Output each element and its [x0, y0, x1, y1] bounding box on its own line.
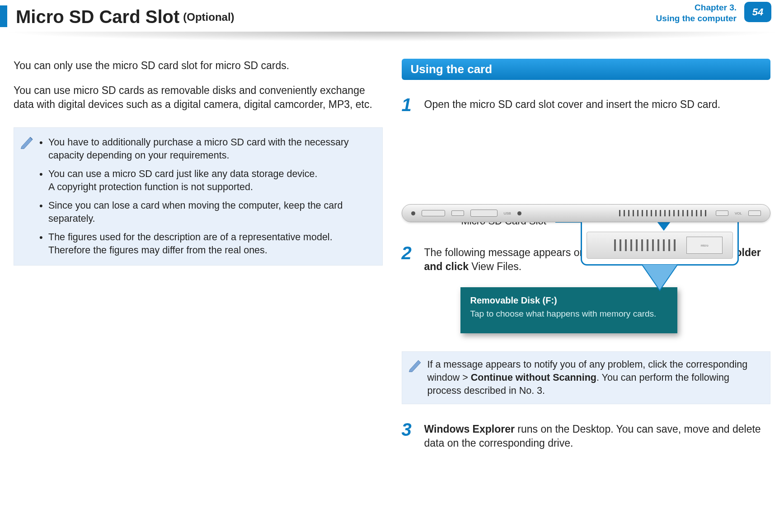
toast-subtitle: Tap to choose what happens with memory c…	[470, 308, 667, 320]
step-3: 3 Windows Explorer runs on the Desktop. …	[402, 420, 771, 450]
callout-pointer-icon	[642, 264, 678, 291]
port-icon	[470, 210, 498, 217]
step-text: Open the micro SD card slot cover and in…	[424, 96, 771, 114]
step-number: 2	[402, 244, 417, 274]
sd-slot-graphic: micro	[686, 237, 723, 254]
note-list: You have to additionally purchase a micr…	[39, 136, 373, 257]
step-number: 3	[402, 420, 417, 450]
note-box-2: If a message appears to notify you of an…	[402, 351, 771, 404]
vent-slots	[614, 239, 677, 251]
note-box: You have to additionally purchase a micr…	[14, 127, 383, 266]
note-item: The figures used for the description are…	[39, 231, 373, 257]
page-header: Micro SD Card Slot (Optional) Chapter 3.…	[0, 0, 784, 34]
port-dot-icon	[517, 211, 521, 215]
right-column: Using the card 1 Open the micro SD card …	[402, 59, 771, 464]
device-side-view: USB VOL	[402, 204, 771, 222]
figure-sd-slot: Micro SD Card Slot micro	[402, 204, 771, 222]
port-icon	[451, 210, 464, 216]
note-icon	[408, 357, 423, 373]
audio-jack-icon	[411, 211, 415, 215]
port-icon	[748, 210, 761, 216]
content-area: You can only use the micro SD card slot …	[0, 34, 784, 464]
chapter-number: Chapter 3.	[656, 2, 737, 13]
header-accent-bar	[0, 5, 7, 27]
chapter-title: Using the computer	[656, 13, 737, 24]
note-item: Since you can lose a card when moving th…	[39, 199, 373, 225]
section-heading: Using the card	[402, 59, 771, 80]
port-icon	[422, 210, 445, 216]
text-bold: Windows Explorer	[424, 423, 515, 435]
left-column: You can only use the micro SD card slot …	[14, 59, 383, 464]
step-1: 1 Open the micro SD card slot cover and …	[402, 96, 771, 114]
sd-micro-label: micro	[700, 244, 708, 247]
intro-paragraph-2: You can use micro SD cards as removable …	[14, 84, 383, 112]
page-number-badge: 54	[744, 2, 771, 22]
text-suffix: View Files.	[469, 261, 521, 272]
note-text: If a message appears to notify you of an…	[427, 358, 761, 397]
device-closeup: micro	[587, 232, 733, 259]
svg-marker-0	[642, 264, 678, 290]
intro-paragraph-1: You can only use the micro SD card slot …	[14, 59, 383, 73]
page-title: Micro SD Card Slot	[16, 7, 179, 27]
chapter-info: Chapter 3. Using the computer	[656, 2, 737, 24]
header-shadow	[0, 32, 784, 42]
vol-label: VOL	[735, 211, 742, 215]
usb-port-label: USB	[504, 211, 511, 215]
note-item: You can use a micro SD card just like an…	[39, 168, 373, 194]
removable-disk-toast[interactable]: Removable Disk (F:) Tap to choose what h…	[460, 287, 677, 333]
sd-slot-side-icon	[716, 210, 728, 216]
note-icon	[19, 134, 35, 149]
toast-title: Removable Disk (F:)	[470, 295, 667, 306]
text-bold: Continue without Scanning	[471, 372, 596, 383]
speaker-vents-icon	[619, 210, 709, 216]
step-text: Windows Explorer runs on the Desktop. Yo…	[424, 420, 771, 450]
note-item: You have to additionally purchase a micr…	[39, 136, 373, 162]
step-number: 1	[402, 96, 417, 114]
page-subtitle: (Optional)	[183, 11, 234, 23]
